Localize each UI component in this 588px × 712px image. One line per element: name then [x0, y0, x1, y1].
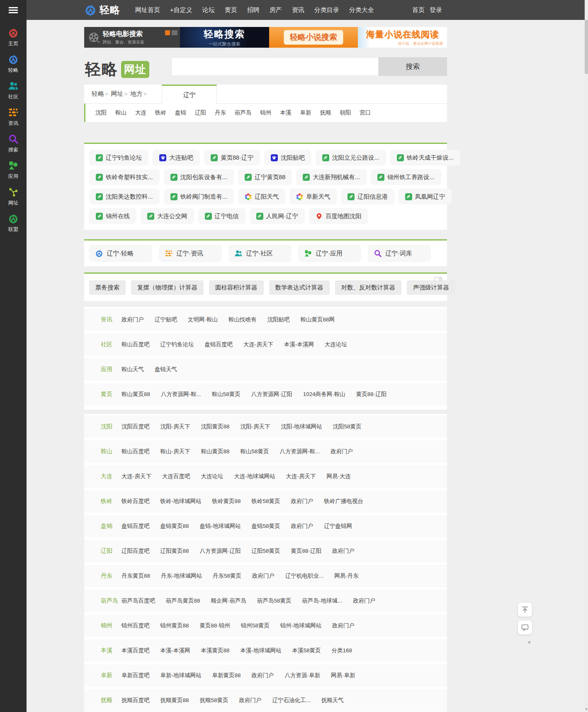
navbar-logo[interactable]: 轻略	[84, 3, 120, 17]
site-link[interactable]: 沈阳-地球城网站	[281, 423, 322, 430]
site-link[interactable]: 政府门户	[252, 572, 275, 580]
row-city-link[interactable]: 抚顺	[101, 697, 121, 704]
site-link[interactable]: 辽阳58黄页	[252, 547, 280, 555]
site-link[interactable]: 辽宁钓鱼论坛	[160, 341, 194, 348]
search-input[interactable]	[171, 57, 379, 76]
quick-link-tile[interactable]: 大连贴吧	[153, 150, 200, 165]
banner-novel-reading[interactable]: 海量小说在线阅读 轻小说，整合全网小说资源	[358, 27, 447, 48]
site-link[interactable]: 锦州百度吧	[121, 622, 150, 629]
site-link[interactable]: 鞍山百度吧	[121, 448, 150, 455]
banner-movie-search[interactable]: 轻略电影搜索 跨站、聚合、资源丰富	[84, 27, 180, 48]
site-link[interactable]: 沈阳贴吧	[267, 316, 290, 323]
site-link[interactable]: 八方资源网-鞍...	[161, 391, 201, 398]
site-link[interactable]: 辽宁盘锦网	[324, 522, 352, 530]
site-link[interactable]: 八方资源网·辽阳	[251, 391, 292, 398]
site-link[interactable]: 黄页88·辽阳	[356, 391, 387, 398]
nav-login-link[interactable]: 登录	[430, 6, 442, 14]
site-link[interactable]: 本溪-本溪网	[284, 341, 314, 348]
site-link[interactable]: 丹东黄页88	[121, 572, 150, 580]
site-link[interactable]: 抚顺黄页88	[160, 697, 189, 704]
quick-link-tile[interactable]: 沈阳包装设备有...	[164, 169, 234, 185]
site-link[interactable]: 大连-地球城网站	[234, 473, 275, 480]
site-link[interactable]: 丹东-地球城网站	[161, 572, 202, 580]
tool-button[interactable]: 对数、反对数计算器	[335, 280, 402, 295]
quick-link-tile[interactable]: 辽宁钓鱼论坛	[89, 150, 148, 165]
site-link[interactable]: 黄页88·辽阳	[291, 547, 322, 555]
shortcut-dictionary[interactable]: 辽宁·词库	[368, 245, 431, 262]
quick-link-tile[interactable]: 辽阳信息港	[341, 189, 394, 204]
site-link[interactable]: 八方资源网·辽阳	[200, 547, 241, 555]
site-link[interactable]: 政府门户	[332, 547, 355, 555]
city-link[interactable]: 本溪	[280, 109, 292, 117]
site-link[interactable]: 本溪-地球城网站	[241, 647, 282, 654]
quick-link-tile[interactable]: 沈阳美达数控科...	[89, 189, 160, 204]
banner-novel-search[interactable]: 轻略小说搜索	[269, 27, 358, 48]
breadcrumb-link[interactable]: 网址	[111, 90, 124, 98]
site-link[interactable]: 政府门户	[121, 316, 144, 323]
site-link[interactable]: 抚顺58黄页	[200, 697, 228, 704]
quick-link-tile[interactable]: 沈阳立元公路设...	[316, 150, 386, 165]
nav-menu-item[interactable]: 分类大全	[348, 5, 375, 16]
city-link[interactable]: 鞍山	[115, 109, 126, 117]
site-link[interactable]: 大连百度吧	[162, 473, 190, 480]
site-link[interactable]: 政府门户	[291, 498, 313, 505]
site-link[interactable]: 锦州黄页88	[160, 622, 189, 629]
sidebar-item-news[interactable]: 资讯	[0, 104, 27, 130]
site-link[interactable]: 盘锦百度吧	[205, 341, 233, 348]
site-link[interactable]: 铁岭58黄页	[252, 498, 280, 505]
site-link[interactable]: 本溪黄页88	[201, 647, 230, 654]
back-to-top-button[interactable]	[518, 602, 532, 617]
city-link[interactable]: 朝阳	[340, 109, 351, 117]
row-city-link[interactable]: 大连	[101, 473, 121, 480]
nav-menu-item[interactable]: 论坛	[202, 5, 216, 16]
sidebar-item-qinglue[interactable]: 轻略	[0, 51, 27, 77]
nav-menu-item[interactable]: 黄页	[224, 5, 238, 16]
row-city-link[interactable]: 鞍山	[101, 448, 121, 455]
site-link[interactable]: 1024商务网·鞍山	[303, 391, 345, 398]
nav-menu-item[interactable]: 分类目录	[313, 5, 340, 16]
site-link[interactable]: 盘锦百度吧	[121, 522, 150, 530]
row-city-link[interactable]: 辽阳	[101, 547, 121, 555]
city-link[interactable]: 丹东	[215, 109, 226, 117]
site-link[interactable]: 大连论坛	[201, 473, 224, 480]
city-link[interactable]: 铁岭	[155, 109, 166, 117]
row-city-link[interactable]: 盘锦	[101, 522, 121, 530]
quick-link-tile[interactable]: 人民网·辽宁	[250, 208, 305, 224]
site-link[interactable]: 网易·丹东	[334, 572, 359, 580]
breadcrumb-link[interactable]: 轻略	[92, 90, 104, 98]
tool-button[interactable]: 票务搜索	[89, 280, 126, 295]
site-link[interactable]: 鞍山58黄页	[212, 391, 241, 398]
site-link[interactable]: 辽阳黄页88	[160, 547, 189, 555]
shortcut-community[interactable]: 辽宁·社区	[228, 245, 292, 262]
site-link[interactable]: 八方资源网-鞍...	[280, 448, 320, 455]
site-link[interactable]: 沈阳黄页88	[201, 423, 230, 430]
site-link[interactable]: 丹东58黄页	[213, 572, 241, 580]
city-link[interactable]: 阜新	[300, 109, 311, 117]
site-link[interactable]: 八方资源·阜新	[285, 672, 321, 679]
sidebar-item-urls[interactable]: 网址	[0, 183, 27, 210]
row-city-link[interactable]: 阜新	[101, 672, 121, 679]
row-city-link[interactable]: 锦州	[101, 622, 121, 629]
quick-link-tile[interactable]: 铁岭阀门制造有...	[164, 189, 234, 204]
site-link[interactable]: 本溪百度吧	[121, 647, 150, 654]
scrollbar-thumb[interactable]	[585, 20, 588, 74]
site-link[interactable]: 鞍山黄页88	[201, 448, 230, 455]
tool-button[interactable]: 圆柱容积计算器	[209, 280, 264, 295]
site-link[interactable]: 网易·大连	[327, 473, 351, 480]
site-link[interactable]: 阜新黄页88	[212, 672, 241, 679]
site-link[interactable]: 政府门户	[353, 597, 375, 605]
site-link[interactable]: 沈阳百度吧	[121, 423, 150, 430]
site-link[interactable]: 网易·阜新	[331, 672, 355, 679]
shortcut-qinglue[interactable]: 辽宁·轻略	[89, 245, 152, 262]
site-link[interactable]: 大连-房天下	[121, 473, 151, 480]
site-link[interactable]: 鞍山58黄页	[241, 448, 269, 455]
city-link[interactable]: 沈阳	[95, 109, 107, 117]
site-link[interactable]: 阜新-地球城网站	[160, 672, 202, 679]
city-link[interactable]: 抚顺	[320, 109, 331, 117]
site-link[interactable]: 辽阳百度吧	[121, 547, 150, 555]
tool-button[interactable]: 数学表达式计算器	[269, 280, 330, 295]
quick-link-tile[interactable]: 辽宁电信	[198, 208, 245, 224]
nav-menu-item[interactable]: 资讯	[291, 5, 305, 16]
site-link[interactable]: 顺企网·葫芦岛	[211, 597, 247, 605]
city-link[interactable]: 葫芦岛	[235, 109, 252, 117]
